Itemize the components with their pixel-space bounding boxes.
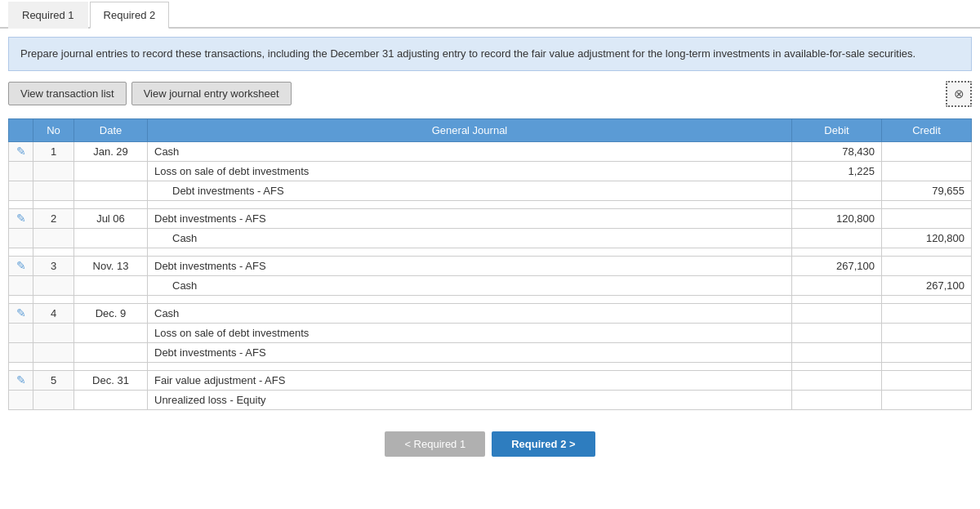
table-row: ✎3Nov. 13Debt investments - AFS267,100	[9, 256, 972, 275]
entry-no	[33, 390, 74, 409]
entry-date	[74, 228, 148, 248]
entry-debit: 78,430	[792, 141, 882, 161]
separator-row	[9, 295, 972, 303]
table-row: Debt investments - AFS	[9, 342, 972, 362]
entry-no: 3	[33, 256, 74, 275]
table-row: ✎2Jul 06Debt investments - AFS120,800	[9, 208, 972, 228]
entry-date: Dec. 9	[74, 303, 148, 323]
entry-credit	[882, 208, 972, 228]
entry-date	[74, 342, 148, 362]
entry-account: Debt investments - AFS	[148, 208, 792, 228]
table-header-row: No Date General Journal Debit Credit	[9, 118, 972, 141]
entry-date: Jan. 29	[74, 141, 148, 161]
edit-icon[interactable]: ✎	[16, 373, 26, 386]
table-row: Unrealized loss - Equity	[9, 390, 972, 409]
entry-credit	[882, 342, 972, 362]
entry-credit	[882, 161, 972, 181]
col-header-no: No	[33, 118, 74, 141]
close-button[interactable]: ⊗	[946, 81, 972, 107]
view-transaction-list-button[interactable]: View transaction list	[8, 82, 127, 105]
entry-account: Debt investments - AFS	[148, 256, 792, 275]
table-row: ✎1Jan. 29Cash78,430	[9, 141, 972, 161]
entry-debit	[792, 323, 882, 342]
entry-no	[33, 275, 74, 295]
entry-credit: 79,655	[882, 181, 972, 200]
col-header-gj: General Journal	[148, 118, 792, 141]
entry-debit: 267,100	[792, 256, 882, 275]
edit-icon[interactable]: ✎	[16, 306, 26, 319]
table-row: Loss on sale of debt investments1,225	[9, 161, 972, 181]
entry-no: 4	[33, 303, 74, 323]
entry-no: 1	[33, 141, 74, 161]
entry-no	[33, 181, 74, 200]
tab-bar: Required 1 Required 2	[0, 0, 980, 29]
edit-icon[interactable]: ✎	[16, 145, 26, 158]
table-row: Debt investments - AFS79,655	[9, 181, 972, 200]
next-button[interactable]: Required 2 >	[492, 431, 595, 457]
entry-credit	[882, 390, 972, 409]
toolbar-buttons: View transaction list View journal entry…	[8, 82, 292, 105]
entry-credit: 267,100	[882, 275, 972, 295]
entry-date	[74, 323, 148, 342]
entry-credit	[882, 323, 972, 342]
entry-date	[74, 275, 148, 295]
instructions-text: Prepare journal entries to record these …	[20, 47, 915, 60]
separator-row	[9, 200, 972, 208]
entry-no	[33, 342, 74, 362]
journal-table-container: No Date General Journal Debit Credit ✎1J…	[0, 118, 980, 410]
entry-date	[74, 181, 148, 200]
prev-button[interactable]: < Required 1	[385, 431, 485, 457]
entry-no: 5	[33, 370, 74, 390]
journal-table: No Date General Journal Debit Credit ✎1J…	[8, 118, 972, 410]
entry-no	[33, 228, 74, 248]
col-header-edit	[9, 118, 33, 141]
table-row: Cash267,100	[9, 275, 972, 295]
entry-debit	[792, 370, 882, 390]
entry-account: Loss on sale of debt investments	[148, 323, 792, 342]
entry-credit	[882, 303, 972, 323]
entry-credit	[882, 256, 972, 275]
entry-debit	[792, 181, 882, 200]
entry-debit: 1,225	[792, 161, 882, 181]
col-header-debit: Debit	[792, 118, 882, 141]
table-row: Loss on sale of debt investments	[9, 323, 972, 342]
entry-account: Debt investments - AFS	[148, 181, 792, 200]
close-icon: ⊗	[954, 87, 964, 101]
table-row: Cash120,800	[9, 228, 972, 248]
entry-account: Cash	[148, 141, 792, 161]
view-journal-worksheet-button[interactable]: View journal entry worksheet	[131, 82, 292, 105]
entry-debit	[792, 228, 882, 248]
separator-row	[9, 248, 972, 256]
table-row: ✎5Dec. 31Fair value adjustment - AFS	[9, 370, 972, 390]
instructions-box: Prepare journal entries to record these …	[8, 37, 972, 71]
entry-date: Dec. 31	[74, 370, 148, 390]
toolbar: View transaction list View journal entry…	[0, 81, 980, 107]
page-container: Required 1 Required 2 Prepare journal en…	[0, 0, 980, 509]
entry-debit	[792, 303, 882, 323]
entry-date	[74, 390, 148, 409]
entry-debit	[792, 275, 882, 295]
col-header-date: Date	[74, 118, 148, 141]
entry-no	[33, 161, 74, 181]
tab-required2[interactable]: Required 2	[90, 2, 170, 29]
entry-no: 2	[33, 208, 74, 228]
entry-account: Loss on sale of debt investments	[148, 161, 792, 181]
entry-account: Cash	[148, 228, 792, 248]
col-header-credit: Credit	[882, 118, 972, 141]
nav-buttons: < Required 1 Required 2 >	[0, 423, 980, 465]
entry-account: Fair value adjustment - AFS	[148, 370, 792, 390]
entry-no	[33, 323, 74, 342]
edit-icon[interactable]: ✎	[16, 259, 26, 272]
entry-date: Nov. 13	[74, 256, 148, 275]
edit-icon[interactable]: ✎	[16, 212, 26, 225]
entry-account: Cash	[148, 275, 792, 295]
entry-credit: 120,800	[882, 228, 972, 248]
entry-date: Jul 06	[74, 208, 148, 228]
tab-required1[interactable]: Required 1	[8, 2, 88, 29]
entry-credit	[882, 370, 972, 390]
entry-debit	[792, 342, 882, 362]
entry-debit	[792, 390, 882, 409]
table-row: ✎4Dec. 9Cash	[9, 303, 972, 323]
entry-debit: 120,800	[792, 208, 882, 228]
entry-date	[74, 161, 148, 181]
